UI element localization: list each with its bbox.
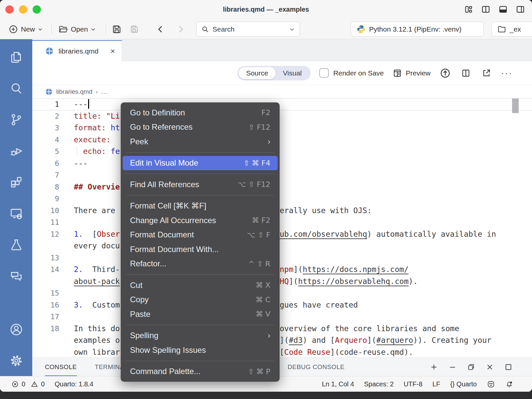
menu-item-refactor[interactable]: Refactor...^ ⇧ R [121,257,280,271]
tab-close-icon[interactable]: × [110,47,115,56]
explorer-icon[interactable] [7,48,26,66]
code-line[interactable]: 15 [32,287,532,299]
code-line[interactable]: 5 echo: fe [32,146,532,158]
language-mode-status[interactable]: {} Quarto [450,380,477,388]
code-token: fe [111,147,120,156]
editor-scrollbar-thumb[interactable] [512,98,519,113]
navigate-forward-button[interactable] [176,19,186,39]
code-line[interactable]: 4execute: [32,134,532,146]
search-sidebar-icon[interactable] [7,79,26,98]
panel-maximize-icon[interactable] [504,363,513,371]
save-all-button[interactable] [128,19,139,39]
panel-restore-icon[interactable] [467,363,475,371]
menu-item-peek[interactable]: Peek› [121,134,280,149]
menu-item-cut[interactable]: Cut⌘ X [121,278,280,293]
app-window: libraries.qmd — _examples New Open [0,0,532,392]
toolbar-divider [52,24,52,35]
source-mode-button[interactable]: Source [239,67,276,79]
testing-icon[interactable] [7,235,26,254]
code-line[interactable]: 17 [32,311,532,323]
open-in-new-window-icon[interactable] [480,67,492,79]
new-button[interactable]: New [8,19,43,39]
split-editor-icon[interactable] [460,67,472,79]
more-actions-icon[interactable]: ··· [501,71,513,75]
split-editor-layout-icon[interactable] [480,4,491,15]
code-line[interactable]: own librar[Code Reuse](code-reuse.qmd). [32,346,532,358]
settings-gear-icon[interactable] [7,351,26,370]
menu-item-copy[interactable]: Copy⌘ C [121,293,280,307]
interpreter-selector[interactable]: Python 3.12.1 (PipEnv: .venv) [351,22,484,37]
customize-layout-icon[interactable] [463,4,474,15]
extensions-icon[interactable] [7,173,26,192]
panel-minimize-icon[interactable] [448,363,457,371]
menu-item-show-spelling-issues[interactable]: Show Spelling Issues [121,343,280,357]
panel-add-icon[interactable] [430,363,438,371]
problems-status[interactable]: 0 0 [11,380,45,388]
search-input[interactable]: Search [196,22,300,37]
render-document-icon[interactable] [439,67,451,79]
code-line[interactable]: 3format: ht [32,122,532,134]
tab-libraries-qmd[interactable]: libraries.qmd × [32,40,122,61]
code-line[interactable]: 121. [Obserub.com/observablehq) automati… [32,228,532,240]
text-cursor [88,99,89,109]
menu-item-command-palette[interactable]: Command Palette...⇧ ⌘ P [121,364,280,379]
menu-item-format-cell-k-f[interactable]: Format Cell [⌘K ⌘F] [121,199,280,213]
code-line[interactable]: examples o](#d3) and [Arquero](#arquero)… [32,334,532,346]
remote-explorer-icon[interactable] [7,204,26,223]
cursor-position-status[interactable]: Ln 1, Col 4 [322,380,354,388]
visual-mode-button[interactable]: Visual [276,67,309,79]
feedback-smiley-icon[interactable] [487,380,495,388]
menu-item-find-all-references[interactable]: Find All References⌥ ⇧ F12 [121,177,280,192]
indentation-status[interactable]: Spaces: 2 [364,380,394,388]
notifications-bell-icon[interactable] [505,380,513,388]
code-line[interactable]: 13 [32,252,532,264]
menu-item-change-all-occurrences[interactable]: Change All Occurrences⌘ F2 [121,213,280,228]
indent-guide [77,146,77,157]
code-line[interactable]: 8## Overvie [32,181,532,193]
top-action-bar: New Open Search [0,19,532,39]
breadcrumb-file[interactable]: libraries.qmd [56,88,92,95]
code-line[interactable]: 142. Third-npm](https://docs.npmjs.com/ [32,264,532,276]
toggle-secondary-sidebar-icon[interactable] [515,4,526,15]
menu-item-paste[interactable]: Paste⌘ V [121,307,280,322]
menu-item-spelling[interactable]: Spelling› [121,329,280,343]
menu-item-go-to-references[interactable]: Go to References⇧ F12 [121,120,280,135]
code-editor[interactable]: 1---2title: "Li3format: ht4execute:5 ech… [32,98,532,357]
menu-item-format-document[interactable]: Format Document⌥ ⇧ F [121,228,280,242]
navigate-back-button[interactable] [156,19,166,39]
run-and-debug-icon[interactable] [7,142,26,160]
panel-tab-debug-console[interactable]: DEBUG CONSOLE [288,358,344,376]
code-line[interactable]: 1--- [32,98,532,110]
code-line[interactable]: 2title: "Li [32,110,532,122]
code-line[interactable]: 18In this dooverview of the core librari… [32,323,532,335]
code-line[interactable]: 11 [32,216,532,228]
menu-item-shortcut: ⌥ ⇧ F [247,231,270,239]
breadcrumb[interactable]: libraries.qmd › … [32,85,532,98]
menu-item-go-to-definition[interactable]: Go to DefinitionF2 [121,105,280,120]
account-icon[interactable] [7,320,26,339]
code-line[interactable]: 163. Customgues have created [32,299,532,311]
menu-item-edit-in-visual-mode[interactable]: Edit in Visual Mode⇧ ⌘ F4 [123,156,278,171]
encoding-status[interactable]: UTF-8 [404,380,423,388]
code-line[interactable]: 9 [32,193,532,205]
code-line[interactable]: 6--- [32,158,532,170]
panel-tab-console[interactable]: CONSOLE [45,358,77,376]
menu-separator [126,195,274,196]
open-button[interactable]: Open [58,19,96,39]
source-control-icon[interactable] [7,110,26,129]
comments-icon[interactable] [7,267,26,285]
quarto-version-status[interactable]: Quarto: 1.8.4 [55,380,93,388]
eol-status[interactable]: LF [433,380,440,388]
breadcrumb-more[interactable]: … [101,88,107,95]
project-selector[interactable]: _ex [491,22,532,37]
code-line[interactable]: 10There areerally use with OJS: [32,205,532,217]
toggle-panel-icon[interactable] [497,4,509,15]
menu-item-format-document-with[interactable]: Format Document With... [121,242,280,257]
code-line[interactable]: about-packHQ](https://observablehq.com). [32,276,532,288]
panel-close-icon[interactable] [485,363,494,371]
code-line[interactable]: 7 [32,169,532,181]
save-button[interactable] [111,19,122,39]
render-on-save-checkbox[interactable] [319,68,329,78]
preview-button[interactable]: Preview [392,68,431,78]
code-line[interactable]: every docu [32,240,532,252]
